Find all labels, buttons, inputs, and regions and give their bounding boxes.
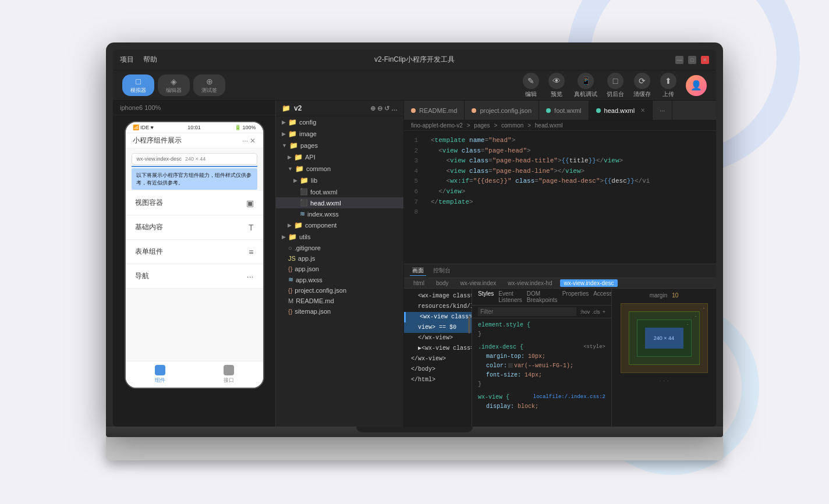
list-item-1[interactable]: 基础内容 T <box>126 215 263 240</box>
elem-tab-html[interactable]: html <box>410 279 428 287</box>
elem-tab-body[interactable]: body <box>433 279 452 287</box>
inspector-line-4: </wx-view> <box>404 333 472 343</box>
code-line-8 <box>431 207 709 218</box>
list-item-2[interactable]: 表单组件 ≡ <box>126 240 263 264</box>
ide-body: iphone6 100% 📶 IDE ♥ 10:01 🔋 100% 小程序组件展… <box>113 101 716 427</box>
tree-gitignore[interactable]: ▶ ○ .gitignore <box>276 243 403 253</box>
properties-tab[interactable]: Properties <box>562 290 589 303</box>
status-left: 📶 IDE ♥ <box>133 125 154 130</box>
breadcrumb: fino-applet-demo-v2 > pages > common > h… <box>404 120 716 131</box>
test-button[interactable]: ⊕ 测试签 <box>193 74 225 96</box>
code-area: 1 2 3 4 5 6 7 8 <template name="head"> <box>404 131 716 264</box>
maximize-button[interactable]: □ <box>688 56 696 64</box>
menu-help[interactable]: 帮助 <box>143 55 157 65</box>
menu-project[interactable]: 项目 <box>120 55 134 65</box>
preview-button[interactable]: 👁 预览 <box>548 73 565 98</box>
phone-content: wx-view.index-desc 240 × 44 以下将展示小程序官方组件… <box>126 148 263 361</box>
tooltip-label: wx-view.index-desc <box>137 156 182 162</box>
code-main: 1 2 3 4 5 6 7 8 <template name="head"> <box>404 131 716 264</box>
list-icon-0: ▣ <box>246 198 254 208</box>
clear-cache-button[interactable]: ⟳ 清缓存 <box>633 73 651 98</box>
inspector-line-0: <wx-image class="index-logo" src="../res… <box>404 291 472 301</box>
list-item-3[interactable]: 导航 ··· <box>126 264 263 289</box>
background-button[interactable]: □ 切后台 <box>607 73 624 98</box>
element-tooltip: wx-view.index-desc 240 × 44 <box>132 153 257 165</box>
editor-button[interactable]: ◈ 编辑器 <box>158 74 190 96</box>
tree-component[interactable]: ▶ 📁 component <box>276 219 403 231</box>
tab-dot-head <box>596 108 601 113</box>
edit-button[interactable]: ✎ 编辑 <box>523 73 539 98</box>
tree-sitemap[interactable]: ▶ {} sitemap.json <box>276 306 403 317</box>
tree-project-config[interactable]: ▶ {} project.config.json <box>276 285 403 296</box>
tab-foot-wxml[interactable]: foot.wxml <box>539 101 589 120</box>
tree-foot-wxml[interactable]: ▶ ⬛ foot.wxml <box>276 186 403 197</box>
tree-index-wxss[interactable]: ▶ ≋ index.wxss <box>276 208 403 219</box>
content-size: 240 × 44 <box>654 335 674 341</box>
phone-titlebar: 小程序组件展示 ··· ✕ <box>126 133 263 148</box>
list-label-1: 基础内容 <box>135 222 163 232</box>
styles-tab[interactable]: Styles <box>478 290 494 303</box>
tree-pages[interactable]: ▼ 📁 pages <box>276 140 403 151</box>
tree-utils[interactable]: ▶ 📁 utils <box>276 231 403 243</box>
phone-tab-1[interactable]: 接口 <box>194 365 263 384</box>
user-avatar[interactable]: 👤 <box>686 75 707 96</box>
tab-readme[interactable]: README.md <box>404 101 465 120</box>
box-labels: - - - <box>659 378 668 383</box>
tree-config[interactable]: ▶ 📁 config <box>276 116 403 128</box>
ide-titlebar: 项目 帮助 v2-FinClip小程序开发工具 — □ ✕ <box>113 49 716 70</box>
tab-canvas[interactable]: 画面 <box>410 266 426 276</box>
code-line-3: <view class="page-head-title">{{title}}<… <box>431 156 709 166</box>
tab-close-icon[interactable]: ✕ <box>640 107 645 113</box>
event-listeners-tab[interactable]: Event Listeners <box>498 290 522 303</box>
inspector-line-6: </wx-view> <box>404 354 472 364</box>
wx-view-block: wx-view {localfile:/.index.css:2 display… <box>478 393 605 411</box>
list-item-0[interactable]: 视图容器 ▣ <box>126 191 263 215</box>
accessibility-tab[interactable]: Accessibility <box>593 290 611 303</box>
elem-tab-desc[interactable]: wx-view.index-desc <box>560 279 617 287</box>
tree-image[interactable]: ▶ 📁 image <box>276 128 403 140</box>
tooltip-bar <box>132 166 257 167</box>
editor-panel: README.md project.config.json foot.wxml <box>404 101 716 427</box>
list-icon-3: ··· <box>247 272 254 281</box>
tooltip-size: 240 × 44 <box>185 156 206 162</box>
elem-tab-hd[interactable]: wx-view.index-hd <box>504 279 555 287</box>
inspector-line-2[interactable]: <wx-view class="index-desc">以下将展示小程序官方组件… <box>404 312 472 322</box>
elem-tab-index[interactable]: wx-view.index <box>457 279 500 287</box>
tree-app-wxss[interactable]: ▶ ≋ app.wxss <box>276 274 403 285</box>
styles-content: element.style { } .index-desc {<style> m… <box>472 318 611 427</box>
tab-console[interactable]: 控制台 <box>431 266 453 276</box>
tree-api[interactable]: ▶ 📁 API <box>276 151 403 163</box>
laptop-base <box>106 427 723 437</box>
upload-button[interactable]: ⬆ 上传 <box>660 73 676 98</box>
tab-icon-1 <box>224 365 234 375</box>
ide-window: 项目 帮助 v2-FinClip小程序开发工具 — □ ✕ □ 模拟器 <box>113 49 716 427</box>
editor-tabs: README.md project.config.json foot.wxml <box>404 101 716 120</box>
simulator-button[interactable]: □ 模拟器 <box>122 74 154 96</box>
minimize-button[interactable]: — <box>675 56 683 64</box>
tree-lib[interactable]: ▶ 📁 lib <box>276 175 403 186</box>
device-debug-button[interactable]: 📱 真机调试 <box>574 73 597 98</box>
tree-app-json[interactable]: ▶ {} app.json <box>276 264 403 274</box>
inspector-line-5[interactable]: ▶<wx-view class="index-bd">_</wx-view> <box>404 343 472 354</box>
phone-app-title: 小程序组件展示 <box>133 136 182 145</box>
filetree-panel: 📁 v2 ⊕ ⊖ ↺ … ▶ 📁 config ▶ 📁 image <box>276 101 404 427</box>
hov-button[interactable]: :hov <box>580 309 590 315</box>
tab-more[interactable]: ··· <box>653 101 672 120</box>
laptop-bezel: 项目 帮助 v2-FinClip小程序开发工具 — □ ✕ □ 模拟器 <box>106 42 723 427</box>
device-label: iphone6 100% <box>113 101 275 115</box>
scrollbar-thumb[interactable] <box>468 316 470 333</box>
phone-tab-0[interactable]: 组件 <box>126 365 194 384</box>
tree-app-js[interactable]: ▶ JS app.js <box>276 253 403 264</box>
cls-button[interactable]: .cls <box>592 309 600 315</box>
tree-head-wxml[interactable]: ▶ ⬛ head.wxml <box>276 197 403 208</box>
dom-breakpoints-tab[interactable]: DOM Breakpoints <box>527 290 558 303</box>
close-button[interactable]: ✕ <box>701 56 709 64</box>
filter-input[interactable] <box>478 307 576 316</box>
tree-common[interactable]: ▼ 📁 common <box>276 163 403 175</box>
tab-head-wxml[interactable]: head.wxml ✕ <box>589 101 653 120</box>
tree-readme[interactable]: ▶ M README.md <box>276 296 403 306</box>
filter-buttons: :hov .cls + <box>580 309 605 315</box>
add-style-button[interactable]: + <box>603 309 605 315</box>
tab-project-config[interactable]: project.config.json <box>465 101 539 120</box>
border-value: - <box>695 313 697 318</box>
